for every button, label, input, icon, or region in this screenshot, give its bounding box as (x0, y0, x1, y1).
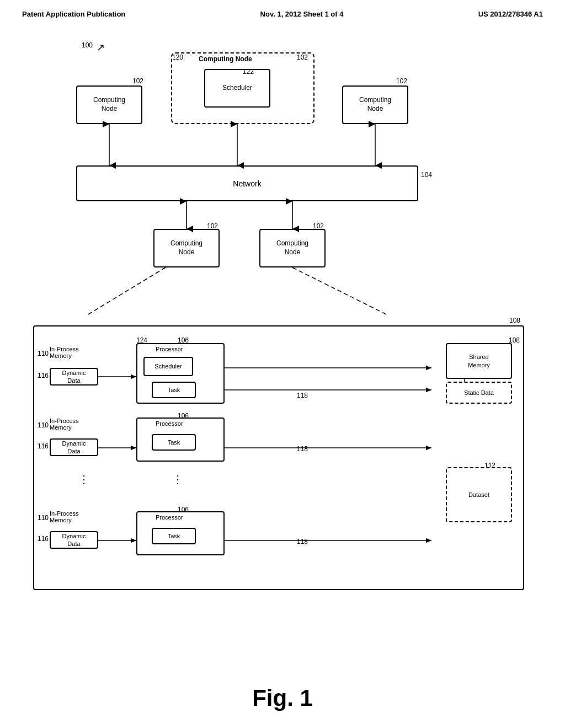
dynamic-data-label-3: DynamicData (62, 532, 86, 548)
ref-122: 122 (243, 68, 254, 76)
computing-node-bottom-left-label: ComputingNode (170, 239, 202, 256)
computing-node-top-center-label: Computing Node (199, 55, 252, 63)
shared-memory-box: SharedMemory (446, 343, 512, 379)
figure-caption: Fig. 1 (0, 685, 565, 711)
ref-116b: 116 (38, 442, 49, 450)
task-box-1: Task (152, 382, 196, 398)
ref-104: 104 (421, 171, 432, 179)
processor-label-3: Processor (156, 514, 183, 521)
arrow-100: ↗ (97, 41, 105, 53)
ref-110b: 110 (38, 421, 49, 429)
computing-node-bottom-right: ComputingNode (259, 229, 326, 267)
in-process-memory-label-2: In-ProcessMemory (50, 417, 79, 431)
ref-116a: 116 (38, 372, 49, 379)
dataset-label: Dataset (468, 491, 489, 499)
ref-102-top-left: 102 (132, 77, 143, 85)
computing-node-bottom-left: ComputingNode (153, 229, 220, 267)
scheduler-box: Scheduler (204, 69, 270, 108)
dynamic-data-box-2: DynamicData (50, 438, 98, 456)
task-label-2: Task (168, 438, 180, 446)
scheduler-inner-label: Scheduler (154, 362, 182, 370)
ref-110c: 110 (38, 514, 49, 522)
dots-2: ⋮ (172, 473, 184, 486)
header-right: US 2012/278346 A1 (478, 10, 543, 18)
task-label-3: Task (168, 532, 180, 540)
dynamic-data-label-1: DynamicData (62, 369, 86, 385)
ref-120: 120 (172, 53, 183, 61)
dynamic-data-box-1: DynamicData (50, 368, 98, 386)
ref-108: 108 (509, 317, 520, 324)
processor-label-2: Processor (156, 420, 183, 427)
ref-118c: 118 (297, 538, 308, 545)
page-header: Patent Application Publication Nov. 1, 2… (0, 0, 565, 18)
task-label-1: Task (168, 386, 180, 394)
shared-memory-label: SharedMemory (468, 353, 490, 369)
ref-102-bottom-left: 102 (207, 222, 218, 230)
ref-118a: 118 (297, 392, 308, 399)
dataset-box: Dataset (446, 467, 512, 522)
in-process-memory-label-1: In-ProcessMemory (50, 346, 79, 359)
dynamic-data-box-3: DynamicData (50, 531, 98, 549)
ref-102-bottom-right: 102 (313, 222, 324, 230)
ref-102-top-center: 102 (297, 53, 308, 61)
ref-100: 100 (82, 41, 93, 49)
computing-node-top-right-label: ComputingNode (359, 96, 391, 113)
header-center: Nov. 1, 2012 Sheet 1 of 4 (260, 10, 344, 18)
network-label: Network (233, 179, 261, 188)
computing-node-bottom-right-label: ComputingNode (276, 239, 308, 256)
dots-1: ⋮ (78, 473, 90, 486)
svg-line-10 (88, 267, 166, 314)
computing-node-top-left-label: ComputingNode (93, 96, 125, 113)
ref-102-top-right: 102 (396, 77, 407, 85)
ref-110a: 110 (38, 350, 49, 357)
in-process-memory-label-3: In-ProcessMemory (50, 510, 79, 523)
scheduler-label: Scheduler (222, 84, 252, 93)
task-box-3: Task (152, 528, 196, 544)
bottom-detail-diagram: 108 110 In-ProcessMemory 116 DynamicData… (33, 325, 524, 590)
scheduler-inner-box: Scheduler (143, 357, 193, 376)
static-data-box: Static Data (446, 382, 512, 404)
ref-116c: 116 (38, 535, 49, 543)
ref-118b: 118 (297, 445, 308, 453)
processor-label-1: Processor (156, 346, 183, 352)
task-box-2: Task (152, 434, 196, 451)
static-data-label: Static Data (464, 389, 494, 397)
dynamic-data-label-2: DynamicData (62, 440, 86, 456)
header-left: Patent Application Publication (22, 10, 125, 18)
svg-line-11 (292, 267, 386, 314)
network-box: Network (76, 165, 418, 201)
computing-node-top-right: ComputingNode (342, 85, 408, 124)
computing-node-top-left: ComputingNode (76, 85, 142, 124)
